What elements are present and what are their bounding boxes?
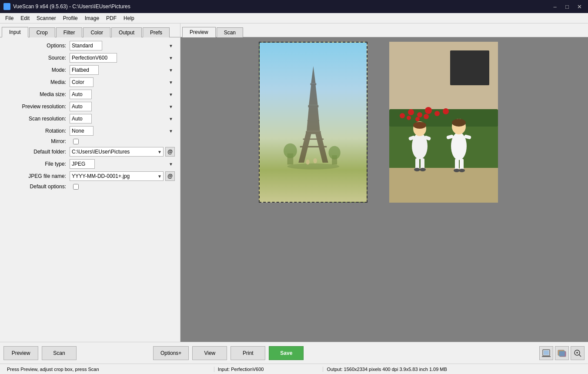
tab-filter[interactable]: Filter [56,27,83,37]
color-photo-icon-button[interactable] [555,346,569,360]
minimize-button[interactable]: – [550,3,560,10]
view-button[interactable]: View [192,346,227,360]
preview-tab-preview[interactable]: Preview [182,27,216,37]
file-type-select-wrapper: JPEG ▼ [70,159,175,169]
svg-rect-9 [300,146,326,147]
options-plus-button[interactable]: Options+ [153,346,189,360]
svg-point-20 [306,159,310,164]
file-type-label: File type: [5,161,66,167]
svg-point-43 [414,168,420,171]
svg-point-30 [434,111,440,116]
source-label: Source: [5,55,66,61]
jpeg-name-at-button[interactable]: @ [165,171,175,181]
svg-rect-41 [415,158,419,169]
menu-pdf[interactable]: PDF [103,14,120,22]
options-select[interactable]: Standard [70,41,102,50]
media-size-label: Media size: [5,91,66,97]
mirror-label: Mirror: [5,138,66,144]
default-folder-select[interactable]: C:\Users\IEUser\Pictures [70,147,164,157]
status-middle: Input: PerfectionV600 [214,367,324,372]
svg-rect-3 [306,131,321,134]
mode-row: Mode: Flatbed ▼ [2,65,178,75]
options-dropdown-icon: ▼ [169,43,173,48]
mode-dropdown-icon: ▼ [169,68,173,73]
svg-rect-10 [303,138,324,140]
close-button[interactable]: ✕ [574,3,585,10]
statusbar: Press Preview, adjust crop box, press Sc… [0,364,588,374]
svg-rect-42 [421,158,424,169]
preview-tabs: Preview Scan [180,23,588,37]
menubar: File Edit Scanner Profile Image PDF Help [0,13,588,23]
preview-res-select-wrapper: Auto ▼ [70,102,175,111]
preview-tab-scan[interactable]: Scan [217,27,243,37]
folder-at-button[interactable]: @ [165,147,175,157]
source-select-wrapper: PerfectionV600 ▼ [70,53,175,63]
preview-button[interactable]: Preview [3,346,38,360]
media-select[interactable]: Color [70,77,94,87]
preview-canvas [180,37,588,342]
svg-line-63 [579,354,581,357]
svg-rect-7 [310,83,316,85]
media-size-row: Media size: Auto ▼ [2,90,178,99]
jpeg-name-select-wrapper: YYYY-MM-DD-0001+.jpg ▼ [70,171,164,181]
media-select-wrapper: Color ▼ [70,77,175,87]
svg-rect-11 [307,120,319,121]
source-select[interactable]: PerfectionV600 [70,53,117,63]
tab-bar: Input Crop Filter Color Output Prefs [0,23,180,37]
menu-image[interactable]: Image [81,14,103,22]
svg-rect-35 [389,168,498,203]
scan-res-label: Scan resolution: [5,116,66,122]
media-dropdown-icon: ▼ [169,80,173,85]
tab-prefs[interactable]: Prefs [143,27,170,37]
menu-scanner[interactable]: Scanner [33,14,60,22]
mode-select[interactable]: Flatbed [70,65,99,75]
tab-output[interactable]: Output [111,27,142,37]
options-row: Options: Standard ▼ [2,41,178,50]
svg-point-33 [415,117,420,121]
svg-rect-12 [308,114,318,114]
maximize-button[interactable]: □ [562,3,572,10]
jpeg-name-select[interactable]: YYYY-MM-DD-0001+.jpg [70,171,164,181]
scan-res-select[interactable]: Auto [70,114,92,124]
tab-color[interactable]: Color [83,27,110,37]
photo-children [389,42,498,203]
print-button[interactable]: Print [231,346,265,360]
svg-marker-2 [315,133,328,162]
jpeg-name-row: JPEG file name: YYYY-MM-DD-0001+.jpg ▼ @ [2,171,178,181]
file-type-select[interactable]: JPEG [70,159,95,169]
default-options-checkbox[interactable] [73,184,79,190]
tab-input[interactable]: Input [2,27,28,37]
menu-file[interactable]: File [2,14,17,22]
scan-photo-icon-button[interactable] [539,346,553,360]
svg-marker-8 [311,66,315,83]
color-photo-icon [558,349,566,357]
zoom-in-icon [573,349,582,357]
folder-row: C:\Users\IEUser\Pictures ▼ @ [70,147,175,157]
file-type-row: File type: JPEG ▼ [2,159,178,169]
scan-res-dropdown-icon: ▼ [169,117,173,121]
scan-res-select-wrapper: Auto ▼ [70,114,175,124]
options-label: Options: [5,43,66,49]
svg-point-53 [459,169,465,172]
menu-profile[interactable]: Profile [60,14,81,22]
svg-point-27 [408,109,414,115]
menu-help[interactable]: Help [120,14,138,22]
media-row: Media: Color ▼ [2,77,178,87]
preview-res-select[interactable]: Auto [70,102,92,111]
svg-rect-13 [309,100,317,100]
tab-crop[interactable]: Crop [29,27,55,37]
zoom-in-button[interactable] [571,346,585,360]
default-options-label: Default options: [5,184,66,190]
folder-select-wrapper: C:\Users\IEUser\Pictures ▼ [70,147,164,157]
titlebar-left: VueScan 9 x64 (9.5.63) - C:\Users\IEUser… [3,3,130,10]
save-button[interactable]: Save [269,346,304,360]
mirror-checkbox[interactable] [73,139,79,144]
scan-button[interactable]: Scan [42,346,77,360]
media-size-select[interactable]: Auto [70,90,92,99]
titlebar-controls[interactable]: – □ ✕ [550,3,585,10]
toolbar-icons [539,346,585,360]
svg-rect-51 [460,159,464,170]
menu-edit[interactable]: Edit [17,14,33,22]
rotation-select[interactable]: None [70,126,94,136]
rotation-select-wrapper: None ▼ [70,126,175,136]
